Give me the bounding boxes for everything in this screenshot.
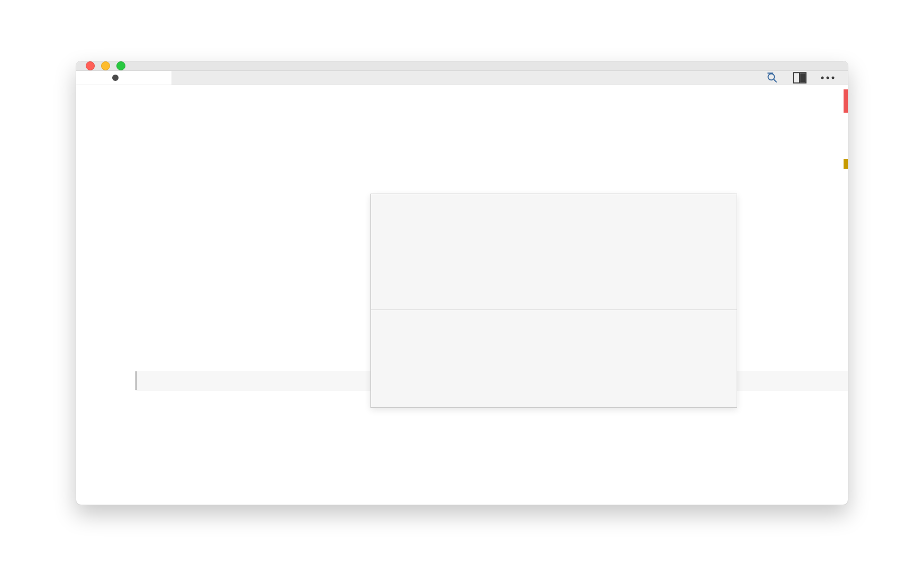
line-number (76, 170, 121, 190)
line-gutter (76, 85, 135, 505)
svg-point-0 (768, 74, 774, 80)
svg-rect-4 (800, 73, 805, 82)
code-area[interactable] (135, 85, 848, 505)
zoom-window-icon[interactable] (116, 61, 125, 70)
signature-help-header (371, 234, 737, 310)
tab-actions (765, 71, 848, 85)
warning-marker-icon[interactable] (844, 159, 848, 169)
close-window-icon[interactable] (86, 61, 95, 70)
tab-main-ts[interactable] (76, 71, 171, 85)
line-number (76, 150, 121, 170)
title-bar (76, 61, 848, 71)
code-line[interactable] (135, 130, 848, 150)
line-number (76, 130, 121, 150)
svg-point-7 (832, 77, 835, 79)
code-line[interactable] (135, 431, 848, 451)
tab-bar (76, 71, 848, 85)
svg-point-6 (827, 77, 829, 79)
line-number (76, 190, 121, 210)
signature-help-popup (370, 194, 737, 408)
more-icon[interactable] (820, 75, 835, 81)
app-frame (0, 0, 924, 566)
traffic-lights (76, 61, 125, 70)
svg-point-5 (821, 77, 824, 79)
code-editor[interactable] (76, 85, 848, 505)
split-editor-icon[interactable] (793, 72, 807, 84)
overview-ruler[interactable] (837, 85, 848, 505)
line-number (76, 109, 121, 130)
line-number (76, 89, 121, 109)
unsaved-indicator-icon (112, 75, 119, 81)
error-marker-icon[interactable] (844, 89, 848, 113)
cursor-position (135, 371, 137, 390)
editor-window (76, 61, 848, 505)
svg-line-1 (774, 79, 776, 82)
find-replace-icon[interactable] (765, 71, 779, 85)
minimize-window-icon[interactable] (101, 61, 110, 70)
signature-help-body (371, 350, 737, 367)
